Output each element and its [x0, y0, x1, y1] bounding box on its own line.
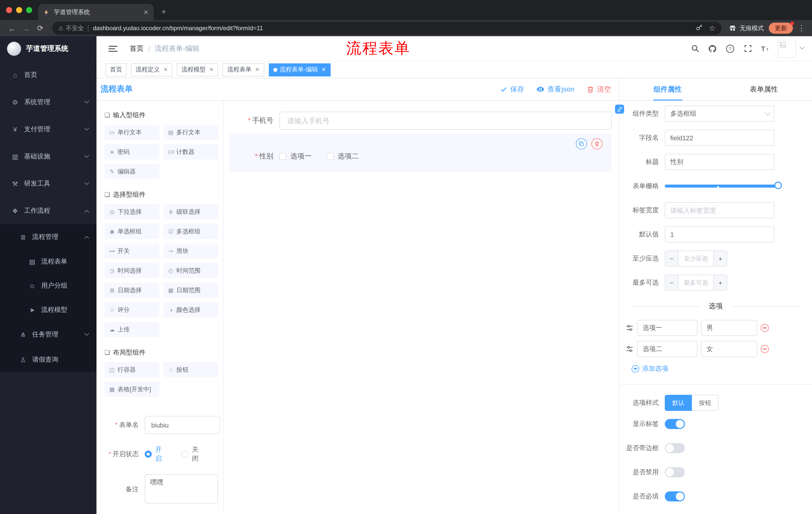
sidebar-item-process-management[interactable]: ≣ 流程管理 [0, 224, 96, 249]
sidebar-item-task-management[interactable]: ⋔ 任务管理 [0, 322, 96, 347]
slider-handle[interactable] [774, 182, 782, 189]
password-key-icon[interactable] [695, 24, 703, 33]
chip-single-line-text[interactable]: ▭单行文本 [105, 125, 159, 140]
chip-row-container[interactable]: ◫行容器 [105, 362, 159, 377]
tab-form-props[interactable]: 表单属性 [716, 78, 812, 100]
sidebar-item-system[interactable]: ⚙ 系统管理 [0, 88, 96, 116]
new-tab-button[interactable]: + [157, 5, 171, 19]
fullscreen-icon[interactable] [743, 44, 753, 54]
sidebar-toggle-button[interactable] [109, 46, 118, 52]
chip-radio-group[interactable]: ◉单选框组 [105, 224, 159, 239]
save-button[interactable]: 保存 [500, 85, 524, 94]
close-icon[interactable]: ✕ [321, 66, 326, 73]
status-radio-on[interactable]: 开启 [145, 445, 166, 463]
app-logo[interactable]: 芋道管理系统 [0, 36, 96, 61]
bookmark-star-icon[interactable]: ☆ [709, 24, 716, 33]
sidebar-item-leave-query[interactable]: ♙ 请假查询 [0, 347, 96, 372]
search-icon[interactable] [690, 44, 700, 54]
tab-close-icon[interactable]: ✕ [143, 8, 149, 16]
sidebar-item-infrastructure[interactable]: ▥ 基础设施 [0, 143, 96, 170]
forward-button[interactable]: → [19, 22, 33, 35]
tag-process-definition[interactable]: 流程定义 ✕ [131, 63, 172, 76]
chip-multi-line-text[interactable]: ▤多行文本 [163, 125, 218, 140]
chip-rate[interactable]: ☆评分 [105, 302, 159, 317]
style-button-button[interactable]: 按钮 [692, 395, 719, 411]
form-name-input[interactable] [145, 416, 220, 434]
increase-button[interactable]: + [714, 251, 727, 266]
close-window-button[interactable] [6, 7, 12, 13]
link-icon[interactable] [615, 105, 624, 114]
option-label-input[interactable] [637, 320, 697, 336]
close-icon[interactable]: ✕ [209, 66, 213, 73]
border-switch[interactable] [665, 443, 685, 453]
remark-textarea[interactable]: 嘿嘿 [145, 474, 218, 504]
tag-home[interactable]: 首页 [106, 63, 127, 76]
address-bar[interactable]: ⚠ 不安全 dashboard.yudao.iocoder.cn/bpm/man… [52, 22, 722, 35]
style-default-button[interactable]: 默认 [665, 395, 692, 411]
back-button[interactable]: ← [5, 22, 19, 35]
sidebar-item-home[interactable]: ⌂ 首页 [0, 61, 96, 88]
close-icon[interactable]: ✕ [255, 66, 260, 73]
minimize-window-button[interactable] [16, 7, 22, 13]
close-icon[interactable]: ✕ [163, 66, 168, 73]
gender-checkbox-option-2[interactable]: 选项二 [327, 152, 359, 161]
chip-switch[interactable]: ⊶开关 [105, 243, 159, 259]
add-option-link[interactable]: 添加选项 [632, 364, 812, 373]
zoom-window-button[interactable] [26, 7, 32, 13]
required-switch[interactable] [665, 491, 685, 502]
clear-button[interactable]: 清空 [586, 85, 611, 94]
field-name-input[interactable] [665, 130, 774, 146]
option-value-input[interactable] [701, 341, 757, 357]
increase-button[interactable]: + [714, 275, 727, 290]
chip-password[interactable]: ∗密码 [105, 144, 159, 159]
browser-tab[interactable]: 芋道管理系统 ✕ [38, 4, 154, 20]
disabled-switch[interactable] [665, 467, 685, 477]
remove-option-button[interactable] [761, 345, 769, 353]
chip-checkbox-group[interactable]: ☑多选框组 [163, 224, 218, 239]
sidebar-item-devtools[interactable]: ⚒ 研发工具 [0, 170, 96, 197]
option-value-input[interactable] [701, 320, 757, 336]
chip-date-range[interactable]: ▦日期范围 [163, 283, 218, 298]
remove-option-button[interactable] [761, 324, 769, 332]
tag-process-model[interactable]: 流程模型 ✕ [177, 63, 218, 76]
tag-process-form-edit[interactable]: 流程表单-编辑 ✕ [268, 63, 330, 76]
component-type-select[interactable]: 多选框组 [665, 106, 774, 122]
max-select-value[interactable]: 最多可选 [678, 275, 714, 290]
chip-table[interactable]: ▩表格[开发中] [105, 382, 159, 397]
gender-checkbox-option-1[interactable]: 选项一 [279, 152, 312, 161]
delete-component-button[interactable] [591, 138, 603, 150]
chip-date-picker[interactable]: ⊞日期选择 [105, 283, 159, 298]
view-json-button[interactable]: 查看json [536, 85, 574, 94]
user-avatar[interactable] [778, 39, 796, 58]
copy-component-button[interactable] [576, 138, 587, 150]
sidebar-item-workflow[interactable]: ❖ 工作流程 [0, 197, 96, 224]
selected-gender-field[interactable]: *性别 选项一 选项二 [229, 134, 611, 172]
chip-button[interactable]: ☝按钮 [163, 362, 218, 377]
github-icon[interactable] [707, 44, 718, 54]
browser-menu-button[interactable]: ⋮ [796, 24, 807, 33]
sidebar-item-user-group[interactable]: ☺ 用户分组 [0, 274, 96, 298]
drag-handle-icon[interactable] [626, 324, 634, 332]
sidebar-item-process-form[interactable]: ▤ 流程表单 [0, 249, 96, 274]
avatar-caret-icon[interactable] [800, 45, 805, 50]
breadcrumb-home[interactable]: 首页 [129, 44, 144, 53]
reload-button[interactable]: ⟳ [33, 22, 47, 35]
chip-color-picker[interactable]: ◑颜色选择 [163, 302, 218, 317]
update-browser-button[interactable]: 更新 [769, 23, 793, 34]
decrease-button[interactable]: − [665, 251, 678, 266]
chip-counter[interactable]: 123计数器 [163, 144, 218, 159]
decrease-button[interactable]: − [665, 275, 678, 290]
chip-cascader[interactable]: ⋔级联选择 [163, 204, 218, 219]
chip-time-range[interactable]: ◴时间范围 [163, 263, 218, 278]
show-label-switch[interactable] [665, 419, 685, 429]
chip-slider[interactable]: ⊸滑块 [163, 243, 218, 259]
default-value-input[interactable] [665, 226, 774, 242]
label-width-input[interactable] [665, 202, 774, 218]
help-icon[interactable]: ? [725, 44, 735, 54]
chip-time-picker[interactable]: ◷时间选择 [105, 263, 159, 278]
sidebar-item-payment[interactable]: ¥ 支付管理 [0, 116, 96, 143]
option-label-input[interactable] [637, 341, 697, 357]
chip-editor[interactable]: ✎编辑器 [105, 164, 159, 179]
chip-upload[interactable]: ☁上传 [105, 322, 159, 337]
tag-process-form[interactable]: 流程表单 ✕ [223, 63, 264, 76]
